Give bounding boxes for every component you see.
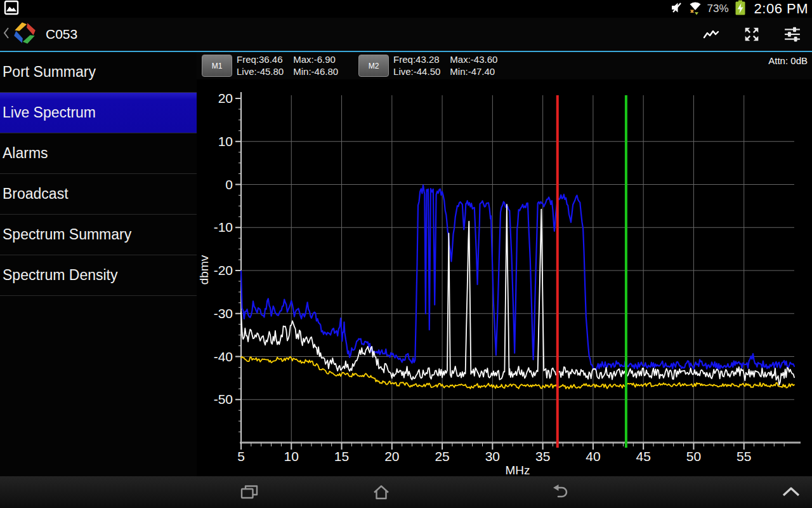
svg-text:5: 5 [237,449,245,464]
y-axis-label: dbmv [197,255,211,284]
page-title: C053 [46,27,77,42]
back-chevron-icon[interactable] [3,25,10,43]
attenuation-label: Attn: 0dB [768,55,808,66]
expand-icon[interactable] [738,21,765,48]
home-icon[interactable] [371,484,391,503]
svg-text:10: 10 [284,449,299,464]
sidebar-item-spectrum-summary[interactable]: Spectrum Summary [0,215,197,255]
svg-text:-10: -10 [214,220,233,234]
svg-text:10: 10 [218,134,233,149]
waveform-icon[interactable] [698,21,724,48]
m2-min: Min:-47.40 [450,66,497,77]
m1-live: Live:-45.80 [237,66,284,77]
svg-text:55: 55 [737,449,751,464]
gallery-icon [4,0,19,18]
status-bar: 73% 2:06 PM [0,0,812,18]
svg-text:15: 15 [334,449,349,464]
marker-m1-button[interactable]: M1 [202,55,232,77]
marker-m2-group: M2 Freq:43.28 Max:-43.60 Live:-44.50 Min… [358,54,497,77]
sidebar-item-alarms[interactable]: Alarms [0,133,197,174]
svg-text:-20: -20 [214,263,233,277]
svg-text:0: 0 [225,177,233,192]
trace-max-hold [241,185,794,370]
recents-icon[interactable] [239,484,259,503]
sidebar: Port Summary Live Spectrum Alarms Broadc… [0,52,197,476]
back-icon[interactable] [550,484,569,502]
battery-charging-icon [733,0,747,18]
svg-text:25: 25 [435,449,449,464]
sidebar-item-port-summary[interactable]: Port Summary [0,52,197,93]
svg-text:50: 50 [686,449,701,464]
sidebar-item-live-spectrum[interactable]: Live Spectrum [0,93,197,133]
m1-max: Max:-6.90 [293,54,338,65]
chevron-up-icon[interactable] [782,486,801,499]
svg-text:20: 20 [384,449,399,464]
tune-icon[interactable] [779,21,806,48]
m1-freq: Freq:36.46 [237,54,284,65]
svg-text:35: 35 [535,449,550,464]
svg-text:-50: -50 [214,392,233,406]
app-logo[interactable] [11,20,38,49]
svg-text:40: 40 [586,449,600,464]
clock: 2:06 PM [754,1,808,17]
svg-text:-40: -40 [214,349,233,364]
m2-max: Max:-43.60 [450,54,497,65]
marker-m2-button[interactable]: M2 [358,55,389,77]
spectrum-plot[interactable]: 51015202530354045505520100-10-20-30-40-5… [197,79,812,476]
marker-bar: M1 Freq:36.46 Max:-6.90 Live:-45.80 Min:… [197,52,812,79]
x-axis-label: MHz [505,464,530,476]
marker-m1-group: M1 Freq:36.46 Max:-6.90 Live:-45.80 Min:… [202,54,338,77]
battery-percent: 73% [707,3,729,15]
m2-live: Live:-44.50 [393,66,440,77]
app-bar: C053 [0,18,812,52]
navigation-bar [0,476,812,508]
svg-text:30: 30 [485,449,500,464]
wifi-icon [688,1,703,18]
mute-icon [671,1,683,17]
sidebar-item-broadcast[interactable]: Broadcast [0,174,197,215]
svg-text:20: 20 [218,91,233,105]
m1-min: Min:-46.80 [293,66,338,77]
sidebar-item-spectrum-density[interactable]: Spectrum Density [0,255,197,296]
spectrum-chart[interactable]: 51015202530354045505520100-10-20-30-40-5… [197,79,812,476]
m2-freq: Freq:43.28 [393,54,440,65]
svg-text:45: 45 [636,449,651,464]
svg-text:-30: -30 [214,306,233,321]
